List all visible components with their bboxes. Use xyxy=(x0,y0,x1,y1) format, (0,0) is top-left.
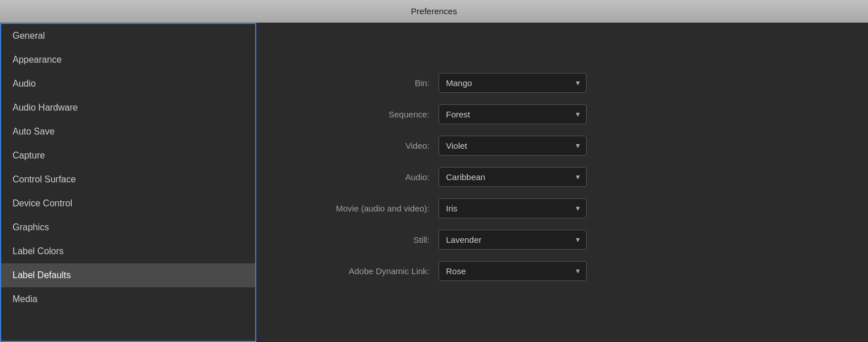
label-still: Still: xyxy=(290,235,439,245)
label-audio: Audio: xyxy=(290,172,439,182)
sidebar-item-audio-hardware[interactable]: Audio Hardware xyxy=(1,96,255,120)
select-wrapper-sequence: MangoForestVioletCaribbeanIrisLavenderRo… xyxy=(439,104,587,124)
form-row-still: Still:MangoForestVioletCaribbeanIrisLave… xyxy=(290,230,834,250)
window-title: Preferences xyxy=(411,6,457,16)
sidebar-item-capture[interactable]: Capture xyxy=(1,144,255,168)
select-wrapper-audio: MangoForestVioletCaribbeanIrisLavenderRo… xyxy=(439,167,587,187)
label-bin: Bin: xyxy=(290,78,439,88)
sidebar-item-label-colors[interactable]: Label Colors xyxy=(1,239,255,263)
sidebar-item-media[interactable]: Media xyxy=(1,287,255,311)
form-row-adobe-dynamic-link: Adobe Dynamic Link:MangoForestVioletCari… xyxy=(290,261,834,281)
select-wrapper-adobe-dynamic-link: MangoForestVioletCaribbeanIrisLavenderRo… xyxy=(439,261,587,281)
select-wrapper-bin: MangoForestVioletCaribbeanIrisLavenderRo… xyxy=(439,73,587,93)
select-wrapper-video: MangoForestVioletCaribbeanIrisLavenderRo… xyxy=(439,136,587,156)
label-sequence: Sequence: xyxy=(290,109,439,119)
sidebar-item-device-control[interactable]: Device Control xyxy=(1,192,255,215)
title-bar: Preferences xyxy=(0,0,868,23)
select-movie[interactable]: MangoForestVioletCaribbeanIrisLavenderRo… xyxy=(439,198,587,218)
sidebar-item-audio[interactable]: Audio xyxy=(1,72,255,96)
select-still[interactable]: MangoForestVioletCaribbeanIrisLavenderRo… xyxy=(439,230,587,250)
sidebar-item-control-surface[interactable]: Control Surface xyxy=(1,168,255,192)
content-area: Bin:MangoForestVioletCaribbeanIrisLavend… xyxy=(256,23,868,342)
sidebar-item-general[interactable]: General xyxy=(1,24,255,48)
select-wrapper-movie: MangoForestVioletCaribbeanIrisLavenderRo… xyxy=(439,198,587,218)
label-video: Video: xyxy=(290,141,439,150)
sidebar: GeneralAppearanceAudioAudio HardwareAuto… xyxy=(0,23,256,342)
form-row-bin: Bin:MangoForestVioletCaribbeanIrisLavend… xyxy=(290,73,834,93)
label-adobe-dynamic-link: Adobe Dynamic Link: xyxy=(290,266,439,276)
form-row-sequence: Sequence:MangoForestVioletCaribbeanIrisL… xyxy=(290,104,834,124)
form-row-movie: Movie (audio and video):MangoForestViole… xyxy=(290,198,834,218)
main-content: GeneralAppearanceAudioAudio HardwareAuto… xyxy=(0,23,868,342)
sidebar-item-auto-save[interactable]: Auto Save xyxy=(1,120,255,144)
select-sequence[interactable]: MangoForestVioletCaribbeanIrisLavenderRo… xyxy=(439,104,587,124)
form-row-audio: Audio:MangoForestVioletCaribbeanIrisLave… xyxy=(290,167,834,187)
sidebar-item-label-defaults[interactable]: Label Defaults xyxy=(1,263,255,287)
select-bin[interactable]: MangoForestVioletCaribbeanIrisLavenderRo… xyxy=(439,73,587,93)
sidebar-item-graphics[interactable]: Graphics xyxy=(1,215,255,239)
select-wrapper-still: MangoForestVioletCaribbeanIrisLavenderRo… xyxy=(439,230,587,250)
form-row-video: Video:MangoForestVioletCaribbeanIrisLave… xyxy=(290,136,834,156)
sidebar-item-appearance[interactable]: Appearance xyxy=(1,48,255,72)
select-audio[interactable]: MangoForestVioletCaribbeanIrisLavenderRo… xyxy=(439,167,587,187)
label-movie: Movie (audio and video): xyxy=(290,203,439,213)
select-video[interactable]: MangoForestVioletCaribbeanIrisLavenderRo… xyxy=(439,136,587,156)
select-adobe-dynamic-link[interactable]: MangoForestVioletCaribbeanIrisLavenderRo… xyxy=(439,261,587,281)
